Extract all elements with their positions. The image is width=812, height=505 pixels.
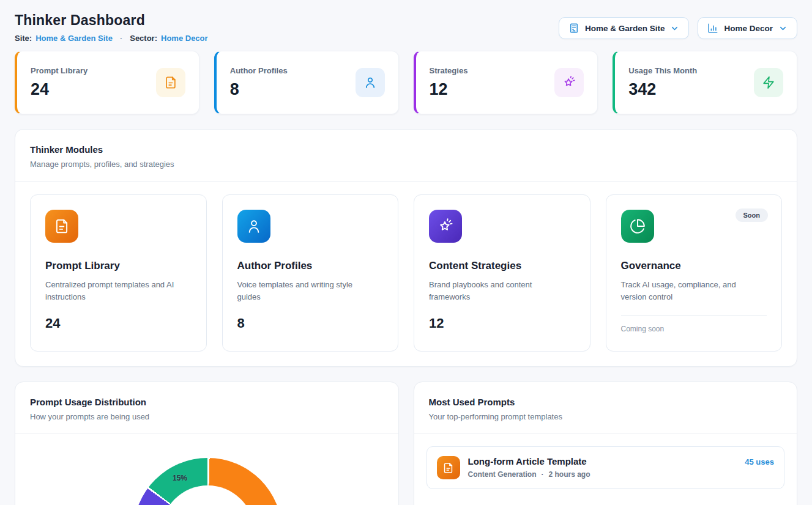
site-switcher-button[interactable]: Home & Garden Site <box>559 17 690 39</box>
prompt-list-item[interactable]: Long-form Article Template Content Gener… <box>426 446 785 489</box>
prompt-meta: Content Generation · 2 hours ago <box>468 470 737 479</box>
user-icon <box>237 210 270 243</box>
prompts-list: Long-form Article Template Content Gener… <box>414 434 797 504</box>
module-footer: Coming soon <box>621 325 665 333</box>
module-title: Author Profiles <box>237 260 313 272</box>
donut-chart-area: 15% <box>15 434 398 505</box>
stat-text: Usage This Month 342 <box>628 66 697 99</box>
breadcrumb: Site: Home & Garden Site · Sector: Home … <box>15 34 208 43</box>
stat-card-usage: Usage This Month 342 <box>613 51 797 114</box>
module-description: Track AI usage, compliance, and version … <box>621 279 762 303</box>
user-icon <box>356 68 385 97</box>
usage-card-header: Prompt Usage Distribution How your promp… <box>15 382 398 434</box>
stat-text: Author Profiles 8 <box>230 66 288 99</box>
divider <box>621 315 767 316</box>
sparkle-star-icon <box>554 68 584 97</box>
prompts-card-title: Most Used Prompts <box>429 397 783 407</box>
module-count: 24 <box>45 315 60 331</box>
stat-text: Strategies 12 <box>430 66 468 99</box>
stats-row: Prompt Library 24 Author Profiles 8 Stra… <box>15 51 797 114</box>
stat-card-prompt-library: Prompt Library 24 <box>15 51 199 114</box>
breadcrumb-separator: · <box>120 34 122 43</box>
stat-label: Prompt Library <box>31 66 88 75</box>
prompt-category: Content Generation <box>468 470 537 479</box>
document-icon <box>156 68 185 97</box>
stat-label: Author Profiles <box>230 66 288 75</box>
site-label: Site: <box>15 34 32 43</box>
stat-value: 8 <box>230 80 288 99</box>
prompt-body: Long-form Article Template Content Gener… <box>468 456 737 479</box>
module-title: Content Strategies <box>429 260 521 272</box>
prompts-card-subtitle: Your top-performing prompt templates <box>429 412 783 421</box>
sparkle-star-icon <box>429 210 462 243</box>
chevron-down-icon <box>778 24 788 33</box>
heading-block: Thinker Dashboard Site: Home & Garden Si… <box>15 12 208 43</box>
document-icon <box>437 456 460 479</box>
module-card-content-strategies[interactable]: Content Strategies Brand playbooks and c… <box>414 194 590 352</box>
prompt-usage-card: Prompt Usage Distribution How your promp… <box>15 382 399 505</box>
stat-value: 342 <box>628 80 697 99</box>
stat-label: Strategies <box>430 66 468 75</box>
pie-chart-icon <box>621 210 654 243</box>
meta-separator: · <box>542 470 544 479</box>
modules-header: Thinker Modules Manage prompts, profiles… <box>15 130 797 182</box>
bottom-row: Prompt Usage Distribution How your promp… <box>15 382 797 505</box>
stat-text: Prompt Library 24 <box>31 66 88 99</box>
modules-title: Thinker Modules <box>30 144 782 155</box>
site-link[interactable]: Home & Garden Site <box>35 34 113 43</box>
prompt-time: 2 hours ago <box>549 470 590 479</box>
usage-card-subtitle: How your prompts are being used <box>30 412 384 421</box>
stat-value: 12 <box>430 80 468 99</box>
chevron-down-icon <box>670 24 679 33</box>
module-card-prompt-library[interactable]: Prompt Library Centralized prompt templa… <box>30 194 207 352</box>
sector-link[interactable]: Home Decor <box>161 34 208 43</box>
sector-switcher-button[interactable]: Home Decor <box>698 17 797 39</box>
building-icon <box>568 23 579 34</box>
document-icon <box>45 210 78 243</box>
module-description: Voice templates and writing style guides <box>237 279 378 303</box>
module-description: Centralized prompt templates and AI inst… <box>45 279 186 303</box>
sector-switcher-label: Home Decor <box>724 24 773 33</box>
modules-grid: Prompt Library Centralized prompt templa… <box>15 182 797 366</box>
module-title: Governance <box>621 260 681 272</box>
thinker-modules-section: Thinker Modules Manage prompts, profiles… <box>15 129 797 367</box>
page-title: Thinker Dashboard <box>15 12 208 29</box>
stat-value: 24 <box>31 80 88 99</box>
stat-label: Usage This Month <box>628 66 697 75</box>
bar-chart-icon <box>707 23 718 34</box>
stat-card-author-profiles: Author Profiles 8 <box>214 51 399 114</box>
stat-card-strategies: Strategies 12 <box>414 51 598 114</box>
usage-card-title: Prompt Usage Distribution <box>30 397 384 407</box>
sector-label: Sector: <box>130 34 157 43</box>
site-switcher-label: Home & Garden Site <box>585 24 665 33</box>
topbar: Thinker Dashboard Site: Home & Garden Si… <box>15 12 797 43</box>
prompts-card-header: Most Used Prompts Your top-performing pr… <box>414 382 797 434</box>
module-count: 8 <box>237 315 245 331</box>
module-title: Prompt Library <box>45 260 120 272</box>
topbar-actions: Home & Garden Site Home Decor <box>559 17 797 39</box>
zap-icon <box>754 68 783 97</box>
prompt-title: Long-form Article Template <box>468 456 737 466</box>
dashboard-page: Thinker Dashboard Site: Home & Garden Si… <box>0 0 812 505</box>
module-card-author-profiles[interactable]: Author Profiles Voice templates and writ… <box>222 194 399 352</box>
soon-badge: Soon <box>736 208 769 222</box>
module-description: Brand playbooks and content frameworks <box>429 279 570 303</box>
modules-subtitle: Manage prompts, profiles, and strategies <box>30 160 782 169</box>
module-count: 12 <box>429 315 444 331</box>
module-card-governance[interactable]: Soon Governance Track AI usage, complian… <box>606 194 783 352</box>
donut-segment-label: 15% <box>173 474 187 482</box>
prompt-uses-badge: 45 uses <box>745 457 774 466</box>
most-used-prompts-card: Most Used Prompts Your top-performing pr… <box>414 382 798 505</box>
